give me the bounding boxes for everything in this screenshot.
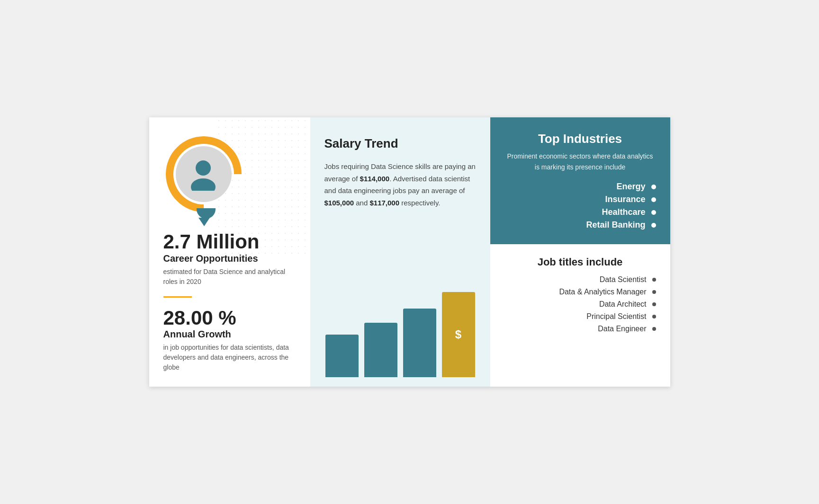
avatar-section xyxy=(163,136,244,226)
job-label: Data Architect xyxy=(599,300,647,309)
industries-subtitle: Prominent economic sectors where data an… xyxy=(504,151,656,172)
salary-highlight2: $105,000 xyxy=(324,199,354,207)
salary-and: and xyxy=(354,199,369,207)
growth-number: 28.00 % xyxy=(163,307,296,329)
job-label: Data Engineer xyxy=(598,325,646,333)
career-title: Career Opportunities xyxy=(163,253,296,264)
salary-highlight3: $117,000 xyxy=(369,199,399,207)
person-icon xyxy=(188,158,219,191)
divider xyxy=(163,296,192,298)
job-dot xyxy=(652,302,656,306)
career-stats: 2.7 Million Career Opportunities estimat… xyxy=(163,231,296,372)
job-titles-heading: Job titles include xyxy=(504,256,656,268)
industry-dot xyxy=(651,223,656,228)
salary-highlight1: $114,000 xyxy=(360,175,390,183)
growth-desc: in job opportunities for data scientists… xyxy=(163,343,296,372)
career-desc: estimated for Data Science and analytica… xyxy=(163,267,296,287)
industry-item-3: Retail Banking xyxy=(504,220,656,230)
top-industries-section: Top Industries Prominent economic sector… xyxy=(490,117,670,244)
salary-text-3: respectively. xyxy=(399,199,440,207)
job-dot xyxy=(652,315,656,318)
industry-label: Retail Banking xyxy=(586,220,645,230)
job-dot xyxy=(652,327,656,331)
industry-item-1: Insurance xyxy=(504,195,656,204)
pin-triangle xyxy=(198,218,210,226)
industry-label: Energy xyxy=(616,182,645,192)
job-item-3: Principal Scientist xyxy=(504,312,656,321)
job-label: Data Scientist xyxy=(600,275,647,284)
industry-label: Healthcare xyxy=(602,207,645,217)
bar-1 xyxy=(364,323,397,377)
bar-3: $ xyxy=(442,292,475,377)
bar-chart: $ xyxy=(324,283,476,377)
salary-text: Jobs requiring Data Science skills are p… xyxy=(324,160,476,273)
growth-title: Annual Growth xyxy=(163,329,296,340)
industry-dot xyxy=(651,210,656,215)
svg-point-1 xyxy=(191,178,216,191)
job-item-1: Data & Analytics Manager xyxy=(504,288,656,296)
avatar-circle xyxy=(176,146,232,202)
pin-tab xyxy=(197,208,216,219)
bar-fill-1 xyxy=(364,323,397,377)
career-number: 2.7 Million xyxy=(163,231,296,253)
job-dot xyxy=(652,278,656,282)
job-item-0: Data Scientist xyxy=(504,275,656,284)
bar-fill-0 xyxy=(325,335,359,377)
infographic: 2.7 Million Career Opportunities estimat… xyxy=(149,117,670,386)
industry-label: Insurance xyxy=(605,195,645,204)
industries-title: Top Industries xyxy=(504,132,656,146)
job-label: Principal Scientist xyxy=(586,312,646,321)
svg-point-0 xyxy=(196,160,211,176)
job-dot xyxy=(652,290,656,294)
job-item-4: Data Engineer xyxy=(504,325,656,333)
job-item-2: Data Architect xyxy=(504,300,656,309)
industry-item-0: Energy xyxy=(504,182,656,192)
mid-panel: Salary Trend Jobs requiring Data Science… xyxy=(310,117,490,386)
industry-item-2: Healthcare xyxy=(504,207,656,217)
salary-title: Salary Trend xyxy=(324,136,476,151)
job-titles-section: Job titles include Data ScientistData & … xyxy=(490,244,670,387)
industry-dot xyxy=(651,185,656,189)
right-panel: Top Industries Prominent economic sector… xyxy=(490,117,670,386)
bar-2 xyxy=(403,309,436,377)
bar-0 xyxy=(325,335,359,377)
industry-list: EnergyInsuranceHealthcareRetail Banking xyxy=(504,182,656,230)
bar-fill-3: $ xyxy=(442,292,475,377)
left-panel: 2.7 Million Career Opportunities estimat… xyxy=(149,117,310,386)
bar-fill-2 xyxy=(403,309,436,377)
industry-dot xyxy=(651,197,656,202)
job-label: Data & Analytics Manager xyxy=(559,288,646,296)
job-list: Data ScientistData & Analytics ManagerDa… xyxy=(504,275,656,333)
